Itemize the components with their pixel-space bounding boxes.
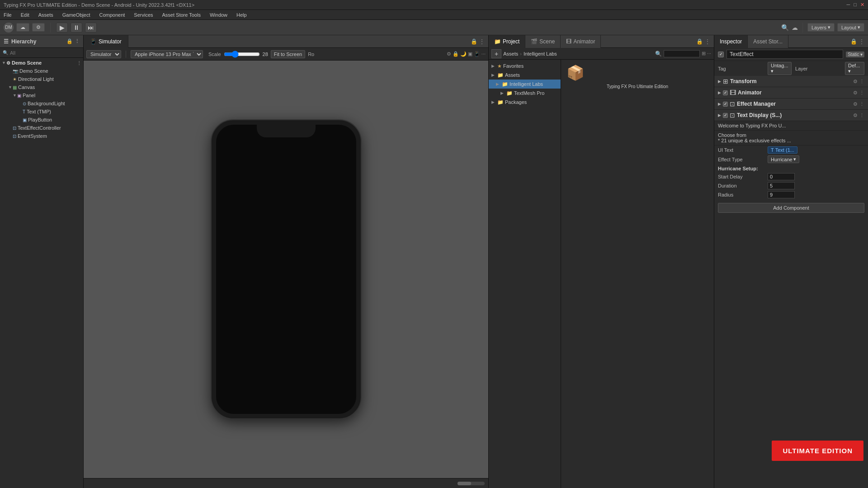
- hierarchy-search-icon: 🔍: [3, 50, 8, 55]
- rc-search-input[interactable]: [664, 50, 700, 57]
- scene-more-icon[interactable]: ⋮: [77, 61, 81, 66]
- folder-favorites[interactable]: ▶ ★ Favorites: [489, 61, 561, 70]
- tab-inspector[interactable]: Inspector: [714, 35, 748, 48]
- scale-slider[interactable]: [224, 51, 260, 58]
- animator-enable-toggle[interactable]: [723, 90, 728, 95]
- menu-item-assetstore[interactable]: Asset Store Tools: [160, 12, 203, 18]
- tab-simulator[interactable]: 📱 Simulator: [84, 35, 128, 48]
- menu-item-services[interactable]: Services: [132, 12, 155, 18]
- gameobject-header: Static ▾: [714, 48, 868, 61]
- maximize-btn[interactable]: □: [854, 2, 857, 8]
- cloud-icon[interactable]: ☁: [792, 24, 798, 31]
- rc-search-icon[interactable]: 🔍: [655, 51, 662, 57]
- text-display-more-icon[interactable]: ⋮: [859, 113, 864, 118]
- start-delay-input[interactable]: [768, 173, 795, 180]
- minimize-btn[interactable]: ─: [847, 2, 850, 8]
- hierarchy-item-event-system[interactable]: ⊡ EventSystem: [0, 132, 83, 140]
- animator-more-icon[interactable]: ⋮: [859, 90, 864, 96]
- hierarchy-panel: ☰ Hierarchy 🔒 ⋮ 🔍 ▼ ⚙ Demo Scene ⋮ 📷: [0, 35, 84, 488]
- device-dropdown[interactable]: Apple iPhone 13 Pro Max ˅: [131, 50, 203, 58]
- pause-btn[interactable]: ⏸: [71, 23, 82, 33]
- center-panel: 📱 Simulator 🔒 ⋮ Simulator Apple iPhone 1…: [84, 35, 488, 488]
- sim-lock-icon[interactable]: 🔒: [471, 38, 477, 45]
- transform-component-header[interactable]: ▶ ⊞ Transform ⚙ ⋮: [714, 76, 868, 87]
- ui-text-value[interactable]: T Text (1...: [768, 146, 797, 154]
- file-typing-fx[interactable]: 📦: [564, 62, 711, 83]
- layout-dropdown[interactable]: Layout ▾: [837, 23, 864, 32]
- folder-intelligent-labs[interactable]: ▶ 📁 Intelligent Labs: [489, 80, 561, 89]
- effect-manager-settings-icon[interactable]: ⚙: [853, 101, 858, 107]
- transform-settings-icon[interactable]: ⚙: [853, 79, 858, 84]
- hierarchy-lock-icon[interactable]: 🔒: [66, 38, 73, 44]
- search-icon[interactable]: 🔍: [781, 24, 789, 31]
- settings-btn[interactable]: ⚙: [32, 23, 45, 32]
- menu-bar: File Edit Assets GameObject Component Se…: [0, 10, 868, 20]
- viewport-scrollbar-h[interactable]: [458, 482, 485, 485]
- intelligent-labs-label: Intelligent Labs: [509, 81, 543, 87]
- tab-asset-store[interactable]: Asset Stor...: [748, 35, 788, 48]
- folder-packages[interactable]: ▶ 📁 Packages: [489, 98, 561, 107]
- hierarchy-item-demo-scene[interactable]: ▼ ⚙ Demo Scene ⋮: [0, 59, 83, 67]
- text-display-enable-toggle[interactable]: [723, 113, 728, 118]
- ui-text-row: UI Text T Text (1...: [714, 145, 868, 155]
- menu-item-edit[interactable]: Edit: [19, 12, 31, 18]
- step-btn[interactable]: ⏭: [85, 23, 97, 33]
- menu-item-component[interactable]: Component: [97, 12, 127, 18]
- close-btn[interactable]: ✕: [860, 2, 864, 8]
- insp-more-icon[interactable]: ⋮: [859, 38, 864, 45]
- menu-item-gameobject[interactable]: GameObject: [61, 12, 92, 18]
- menu-item-assets[interactable]: Assets: [37, 12, 55, 18]
- hierarchy-item-canvas[interactable]: ▼ ▦ Canvas: [0, 83, 83, 91]
- account-avatar[interactable]: DM: [4, 23, 14, 33]
- add-component-btn[interactable]: Add Component: [718, 203, 864, 213]
- tab-animator[interactable]: 🎞 Animator: [561, 35, 601, 48]
- ultimate-edition-btn[interactable]: ULTIMATE EDITION: [772, 441, 863, 461]
- hierarchy-more-icon[interactable]: ⋮: [75, 38, 80, 44]
- gameobject-name-input[interactable]: [726, 50, 843, 59]
- hierarchy-search-input[interactable]: [10, 50, 80, 56]
- sim-more-icon[interactable]: ⋮: [479, 38, 485, 45]
- hierarchy-item-text-tmp[interactable]: T Text (TMP): [0, 108, 83, 116]
- add-asset-btn[interactable]: +: [491, 49, 501, 58]
- effect-type-value[interactable]: Hurricane ▾: [768, 155, 799, 163]
- animator-component-header[interactable]: ▶ 🎞 Animator ⚙ ⋮: [714, 87, 868, 99]
- hierarchy-item-main-camera[interactable]: 📷 Demo Scene: [0, 67, 83, 75]
- hierarchy-item-directional-light[interactable]: ☀ Directional Light: [0, 75, 83, 83]
- folder-assets[interactable]: ▶ 📁 Assets: [489, 70, 561, 80]
- ui-text-label: UI Text: [718, 147, 768, 153]
- text-display-settings-icon[interactable]: ⚙: [853, 113, 858, 118]
- menu-item-file[interactable]: File: [2, 12, 14, 18]
- hierarchy-item-text-effect-ctrl[interactable]: ⊡ TextEffectController: [0, 124, 83, 132]
- rc-lock-icon[interactable]: 🔒: [696, 38, 703, 45]
- menu-item-window[interactable]: Window: [208, 12, 229, 18]
- gameobject-active-toggle[interactable]: [718, 52, 724, 57]
- duration-input[interactable]: [768, 182, 795, 189]
- cloud-btn[interactable]: ☁: [16, 23, 29, 32]
- animator-settings-icon[interactable]: ⚙: [853, 90, 858, 96]
- effect-manager-header[interactable]: ▶ ⊡ Effect Manager ⚙ ⋮: [714, 99, 868, 110]
- effect-manager-more-icon[interactable]: ⋮: [859, 101, 864, 107]
- choose-from-label: Choose from: [718, 132, 864, 138]
- text-display-header[interactable]: ▶ ⊡ Text Display (S...) ⚙ ⋮: [714, 110, 868, 121]
- folder-textmesh-pro[interactable]: ▶ 📁 TextMesh Pro: [489, 89, 561, 98]
- hierarchy-icon: ☰: [4, 38, 9, 45]
- rc-more-icon[interactable]: ⋮: [705, 38, 710, 45]
- hierarchy-item-panel[interactable]: ▼ ▣ Panel: [0, 91, 83, 99]
- hierarchy-item-bg-light[interactable]: ⊙ BackgroundLight: [0, 99, 83, 108]
- tab-project[interactable]: 📁 Project: [489, 35, 525, 48]
- tab-scene[interactable]: 🎬 Scene: [525, 35, 561, 48]
- fit-to-screen-btn[interactable]: Fit to Screen: [271, 50, 305, 58]
- hierarchy-item-play-button[interactable]: ▣ PlayButton: [0, 116, 83, 124]
- sim-mode-dropdown[interactable]: Simulator: [86, 50, 121, 58]
- transform-more-icon[interactable]: ⋮: [859, 79, 864, 84]
- menu-item-help[interactable]: Help: [235, 12, 249, 18]
- effect-manager-enable-toggle[interactable]: [723, 102, 728, 107]
- insp-lock-icon[interactable]: 🔒: [850, 38, 857, 45]
- layers-dropdown[interactable]: Layers ▾: [807, 23, 835, 32]
- layer-value[interactable]: Def... ▾: [845, 62, 864, 75]
- hierarchy-content: ▼ ⚙ Demo Scene ⋮ 📷 Demo Scene ☀ Directio…: [0, 58, 83, 488]
- animator-comp-name: Animator: [738, 89, 851, 96]
- radius-input[interactable]: [768, 191, 795, 198]
- tag-value[interactable]: Untag... ▾: [768, 62, 792, 75]
- play-btn[interactable]: ▶: [56, 23, 68, 33]
